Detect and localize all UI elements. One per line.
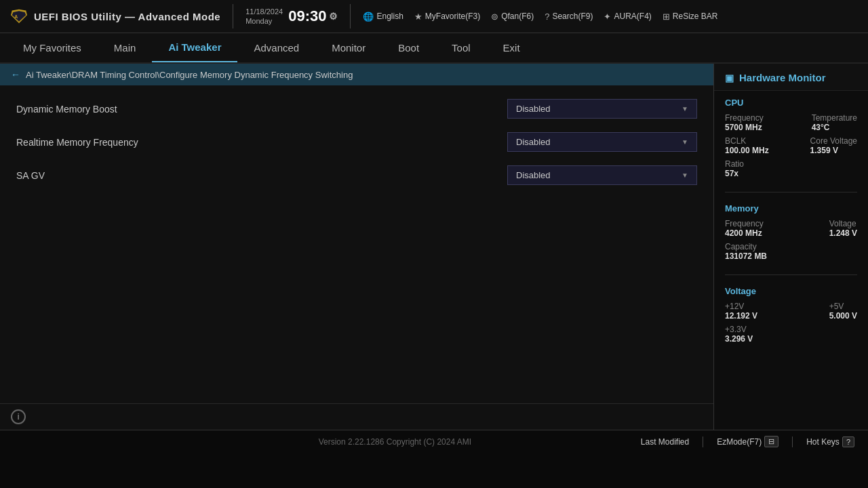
toolbar: 🌐 English ★ MyFavorite(F3) ⊚ Qfan(F6) ? … xyxy=(363,12,717,22)
tool-aura-label: AURA(F4) xyxy=(614,12,651,21)
tool-aura[interactable]: ✦ AURA(F4) xyxy=(604,12,651,22)
tool-english-label: English xyxy=(376,12,403,21)
nav-ai-tweaker[interactable]: Ai Tweaker xyxy=(152,33,237,62)
chevron-down-icon-2: ▼ xyxy=(682,138,688,146)
footer-version: Version 2.22.1286 Copyright (C) 2024 AMI xyxy=(319,437,471,447)
tool-search-label: Search(F9) xyxy=(552,12,593,21)
hot-keys-button[interactable]: Hot Keys ? xyxy=(806,436,854,447)
hw-5v-label: +5V xyxy=(829,302,857,311)
nav-tool[interactable]: Tool xyxy=(435,34,487,62)
footer-actions: Last Modified EzMode(F7) ⊟ Hot Keys ? xyxy=(641,436,854,447)
setting-label-realtime-memory-frequency: Realtime Memory Frequency xyxy=(16,137,138,148)
hw-corevoltage-label: Core Voltage xyxy=(810,136,857,146)
hw-capacity-label: Capacity xyxy=(725,242,767,251)
nav-main[interactable]: Main xyxy=(98,34,153,62)
nav-exit[interactable]: Exit xyxy=(487,34,536,62)
breadcrumb: ← Ai Tweaker\DRAM Timing Control\Configu… xyxy=(0,64,713,85)
setting-label-sa-gv: SA GV xyxy=(16,170,45,181)
hw-cpu-frequency-label: Frequency xyxy=(725,113,764,123)
footer-divider-1 xyxy=(703,436,703,447)
setting-row-dynamic-memory-boost: Dynamic Memory Boost Disabled ▼ xyxy=(16,96,697,121)
header: A UEFI BIOS Utility — Advanced Mode 11/1… xyxy=(0,0,868,33)
dropdown-realtime-memory-frequency[interactable]: Disabled ▼ xyxy=(507,132,697,152)
hot-keys-key-icon: ? xyxy=(842,436,854,447)
hot-keys-label: Hot Keys xyxy=(806,437,840,447)
hw-cpu-temperature-value: 43°C xyxy=(812,123,857,132)
hw-voltage-title: Voltage xyxy=(725,286,857,296)
tool-search[interactable]: ? Search(F9) xyxy=(545,12,593,22)
star-icon: ★ xyxy=(414,12,422,22)
chevron-down-icon-3: ▼ xyxy=(682,171,688,179)
hw-33v-label: +3.3V xyxy=(725,325,753,334)
header-divider-1 xyxy=(233,4,233,28)
tool-english[interactable]: 🌐 English xyxy=(363,12,403,22)
last-modified-button[interactable]: Last Modified xyxy=(641,437,689,447)
date-display: 11/18/2024 xyxy=(245,7,283,16)
nav-boot[interactable]: Boot xyxy=(382,34,435,62)
footer-divider-2 xyxy=(792,436,793,447)
nav-advanced[interactable]: Advanced xyxy=(237,34,315,62)
hw-memory-section: Memory Frequency 4200 MHz Voltage 1.248 … xyxy=(714,197,868,270)
nav-monitor[interactable]: Monitor xyxy=(315,34,382,62)
back-button[interactable]: ← xyxy=(11,69,20,80)
dropdown-value-sa-gv: Disabled xyxy=(516,170,551,180)
hw-bclk-value: 100.00 MHz xyxy=(725,146,769,155)
ez-mode-key-icon: ⊟ xyxy=(764,436,778,447)
dropdown-value-realtime-memory-frequency: Disabled xyxy=(516,137,551,147)
dropdown-dynamic-memory-boost[interactable]: Disabled ▼ xyxy=(507,99,697,119)
hw-bclk-label: BCLK xyxy=(725,136,769,146)
settings-area: Dynamic Memory Boost Disabled ▼ Realtime… xyxy=(0,85,713,403)
setting-row-sa-gv: SA GV Disabled ▼ xyxy=(16,163,697,188)
hw-cpu-section: CPU Frequency 5700 MHz Temperature 43°C … xyxy=(714,91,868,188)
hw-memory-title: Memory xyxy=(725,203,857,214)
hardware-monitor-panel: ▣ Hardware Monitor CPU Frequency 5700 MH… xyxy=(713,64,868,430)
main-layout: ← Ai Tweaker\DRAM Timing Control\Configu… xyxy=(0,64,868,430)
nav-bar: My Favorites Main Ai Tweaker Advanced Mo… xyxy=(0,33,868,64)
hw-cpu-title: CPU xyxy=(725,98,857,108)
tool-myfavorite-label: MyFavorite(F3) xyxy=(425,12,480,21)
hw-memory-capacity-row: Capacity 131072 MB xyxy=(725,242,857,261)
status-bar: i xyxy=(0,403,713,430)
hw-mem-frequency-value: 4200 MHz xyxy=(725,228,764,238)
chevron-down-icon: ▼ xyxy=(682,105,688,113)
tool-qfan-label: Qfan(F6) xyxy=(501,12,534,21)
svg-text:A: A xyxy=(14,14,18,19)
content-area: ← Ai Tweaker\DRAM Timing Control\Configu… xyxy=(0,64,713,430)
info-button[interactable]: i xyxy=(11,409,26,424)
hw-cpu-frequency-value: 5700 MHz xyxy=(725,123,764,132)
nav-my-favorites[interactable]: My Favorites xyxy=(7,34,98,62)
hw-voltage-12v-row: +12V 12.192 V +5V 5.000 V xyxy=(725,302,857,321)
datetime-area: 11/18/2024 Monday xyxy=(245,7,283,26)
hardware-monitor-title: ▣ Hardware Monitor xyxy=(714,64,868,91)
tool-qfan[interactable]: ⊚ Qfan(F6) xyxy=(491,12,534,22)
app-title: UEFI BIOS Utility — Advanced Mode xyxy=(34,11,220,22)
footer: Version 2.22.1286 Copyright (C) 2024 AMI… xyxy=(0,430,868,453)
search-icon: ? xyxy=(545,12,549,22)
dropdown-sa-gv[interactable]: Disabled ▼ xyxy=(507,165,697,185)
hw-33v-value: 3.296 V xyxy=(725,334,753,344)
hw-capacity-value: 131072 MB xyxy=(725,251,767,261)
ez-mode-label: EzMode(F7) xyxy=(717,437,762,447)
tool-myfavorite[interactable]: ★ MyFavorite(F3) xyxy=(414,12,480,22)
header-divider-2 xyxy=(350,4,351,28)
day-display: Monday xyxy=(245,16,283,26)
hw-12v-label: +12V xyxy=(725,302,757,311)
hw-cpu-frequency-row: Frequency 5700 MHz Temperature 43°C xyxy=(725,113,857,132)
gear-icon: ⚙ xyxy=(329,11,338,22)
monitor-icon: ▣ xyxy=(725,73,734,83)
tool-resizebar-label: ReSize BAR xyxy=(673,12,718,21)
setting-row-realtime-memory-frequency: Realtime Memory Frequency Disabled ▼ xyxy=(16,129,697,155)
breadcrumb-path: Ai Tweaker\DRAM Timing Control\Configure… xyxy=(26,70,353,80)
ez-mode-button[interactable]: EzMode(F7) ⊟ xyxy=(717,436,778,447)
hw-voltage-33v-row: +3.3V 3.296 V xyxy=(725,325,857,344)
hw-divider-1 xyxy=(725,192,857,192)
hw-cpu-bclk-row: BCLK 100.00 MHz Core Voltage 1.359 V xyxy=(725,136,857,155)
logo-area: A UEFI BIOS Utility — Advanced Mode xyxy=(9,8,220,24)
globe-icon: 🌐 xyxy=(363,12,374,22)
hw-12v-value: 12.192 V xyxy=(725,311,757,321)
asus-logo-icon: A xyxy=(9,8,28,24)
last-modified-label: Last Modified xyxy=(641,437,689,447)
hw-mem-frequency-label: Frequency xyxy=(725,219,764,228)
tool-resizebar[interactable]: ⊞ ReSize BAR xyxy=(663,12,718,22)
hw-ratio-label: Ratio xyxy=(725,159,744,169)
